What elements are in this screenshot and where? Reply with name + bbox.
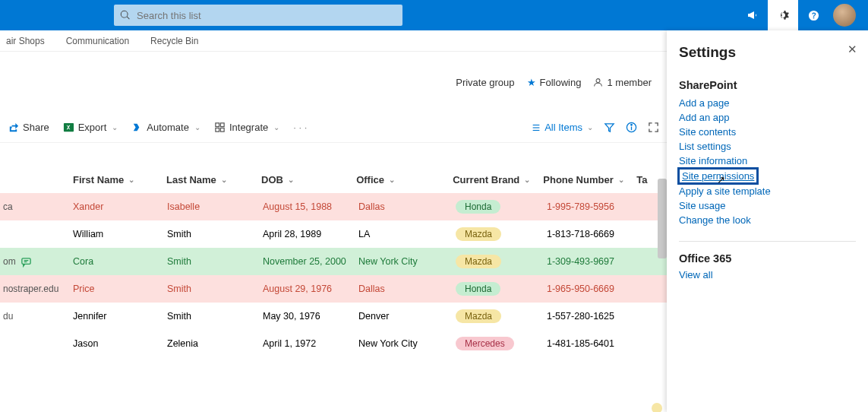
- nav-bar: air Shops Communication Recycle Bin: [0, 30, 667, 52]
- automate-button[interactable]: Automate⌄: [131, 122, 200, 133]
- megaphone-icon[interactable]: [737, 0, 768, 30]
- gear-icon[interactable]: [768, 0, 798, 30]
- col-office[interactable]: Office⌄: [356, 174, 453, 185]
- share-icon: [8, 122, 19, 133]
- svg-rect-2: [216, 123, 219, 127]
- settings-link[interactable]: Add a page: [679, 96, 856, 110]
- share-button[interactable]: Share: [8, 122, 49, 133]
- cell-office: LA: [358, 229, 456, 239]
- table-row[interactable]: nostraper.eduPriceSmithAugust 29, 1976Da…: [0, 275, 667, 303]
- star-icon: ★: [527, 77, 536, 88]
- view-all-link[interactable]: View all: [679, 269, 856, 280]
- cell-dob: May 30, 1976: [263, 311, 358, 322]
- col-first-name[interactable]: First Name⌄: [73, 174, 166, 185]
- help-icon[interactable]: [798, 0, 829, 30]
- table-row[interactable]: duJenniferSmithMay 30, 1976DenverMazda1-…: [0, 303, 667, 330]
- search-field[interactable]: [114, 5, 402, 26]
- cell-phone: 1-481-185-6401: [547, 338, 641, 349]
- nav-item[interactable]: air Shops: [6, 36, 45, 46]
- svg-rect-4: [216, 128, 219, 132]
- search-icon: [120, 10, 131, 21]
- group-type: Private group: [456, 77, 514, 88]
- close-icon[interactable]: ✕: [847, 43, 857, 56]
- settings-link[interactable]: List settings: [679, 139, 856, 154]
- avatar[interactable]: [833, 4, 856, 27]
- cell-first-name: Price: [73, 284, 167, 294]
- scrollbar[interactable]: [658, 179, 667, 258]
- pre-cell: om: [0, 256, 73, 268]
- pre-cell: du: [0, 311, 73, 322]
- cell-dob: November 25, 2000: [263, 256, 358, 267]
- settings-link[interactable]: Site information: [679, 154, 856, 168]
- export-button[interactable]: Export⌄: [63, 122, 118, 133]
- svg-rect-3: [220, 123, 224, 127]
- cell-phone: 1-995-789-5956: [547, 201, 641, 212]
- cell-office: Dallas: [358, 201, 456, 212]
- table-row[interactable]: caXanderIsabelleAugust 15, 1988DallasHon…: [0, 193, 667, 220]
- cell-brand: Mazda: [456, 255, 547, 268]
- svg-rect-5: [220, 128, 224, 132]
- cell-first-name: Xander: [73, 201, 167, 212]
- cell-brand: Honda: [456, 200, 547, 214]
- panel-section-office365: Office 365: [679, 252, 856, 265]
- more-button[interactable]: · · ·: [293, 122, 307, 133]
- settings-link[interactable]: Change the look: [679, 213, 856, 227]
- top-bar: [0, 0, 868, 30]
- cell-dob: August 29, 1976: [263, 284, 358, 294]
- person-icon: [593, 78, 603, 87]
- cell-brand: Mercedes: [456, 337, 547, 350]
- cell-last-name: Smith: [167, 229, 263, 239]
- settings-link[interactable]: Apply a site template: [679, 184, 856, 198]
- nav-item[interactable]: Recycle Bin: [150, 36, 198, 46]
- cell-office: New York City: [358, 256, 456, 267]
- cell-brand: Mazda: [456, 309, 547, 323]
- nav-item[interactable]: Communication: [66, 36, 129, 46]
- filter-icon[interactable]: [604, 122, 615, 133]
- svg-point-0: [597, 78, 601, 82]
- comment-icon: [21, 256, 32, 268]
- cell-phone: 1-813-718-6669: [547, 229, 641, 239]
- view-selector[interactable]: All Items⌄: [531, 122, 593, 133]
- following-toggle[interactable]: ★ Following: [527, 77, 582, 88]
- pre-cell: nostraper.edu: [0, 284, 73, 294]
- list-table: First Name⌄ Last Name⌄ DOB⌄ Office⌄ Curr…: [0, 166, 667, 357]
- cell-brand: Honda: [456, 282, 547, 296]
- integrate-button[interactable]: Integrate⌄: [214, 122, 279, 133]
- search-input[interactable]: [137, 10, 396, 21]
- cell-phone: 1-557-280-1625: [547, 311, 641, 322]
- grid-icon: [214, 122, 226, 133]
- table-row[interactable]: JasonZeleniaApril 1, 1972New York CityMe…: [0, 330, 667, 357]
- cell-brand: Mazda: [456, 227, 547, 241]
- table-row[interactable]: omCoraSmithNovember 25, 2000New York Cit…: [0, 248, 667, 275]
- settings-link[interactable]: Site contents: [679, 125, 856, 139]
- list-icon: [531, 122, 541, 133]
- info-icon[interactable]: [626, 122, 637, 133]
- cell-first-name: William: [73, 229, 167, 239]
- members-link[interactable]: 1 member: [593, 77, 652, 88]
- col-last-name[interactable]: Last Name⌄: [166, 174, 261, 185]
- excel-icon: [63, 122, 74, 133]
- flow-icon: [131, 122, 143, 133]
- indicator-dot: [652, 403, 662, 412]
- settings-link[interactable]: Site permissions: [679, 169, 757, 183]
- settings-link[interactable]: Site usage: [679, 198, 856, 213]
- pre-cell: ca: [0, 201, 73, 212]
- col-brand[interactable]: Current Brand⌄: [453, 174, 543, 185]
- panel-section-sharepoint: SharePoint: [679, 79, 856, 91]
- cell-last-name: Zelenia: [167, 338, 263, 349]
- cell-office: Dallas: [358, 284, 456, 294]
- svg-point-11: [631, 124, 633, 125]
- cell-dob: April 1, 1972: [263, 338, 358, 349]
- settings-link[interactable]: Add an app: [679, 110, 856, 125]
- cell-phone: 1-965-950-6669: [547, 284, 641, 294]
- site-meta: Private group ★ Following 1 member: [0, 52, 667, 113]
- col-dob[interactable]: DOB⌄: [261, 174, 356, 185]
- expand-icon[interactable]: [648, 122, 659, 133]
- cell-office: New York City: [358, 338, 456, 349]
- command-bar: Share Export⌄ Automate⌄ Integrate⌄ · · ·…: [0, 113, 667, 143]
- cell-last-name: Smith: [167, 284, 263, 294]
- table-row[interactable]: WilliamSmithApril 28, 1989LAMazda1-813-7…: [0, 220, 667, 248]
- col-phone[interactable]: Phone Number⌄: [543, 174, 636, 185]
- cell-phone: 1-309-493-9697: [547, 256, 641, 267]
- cell-office: Denver: [358, 311, 456, 322]
